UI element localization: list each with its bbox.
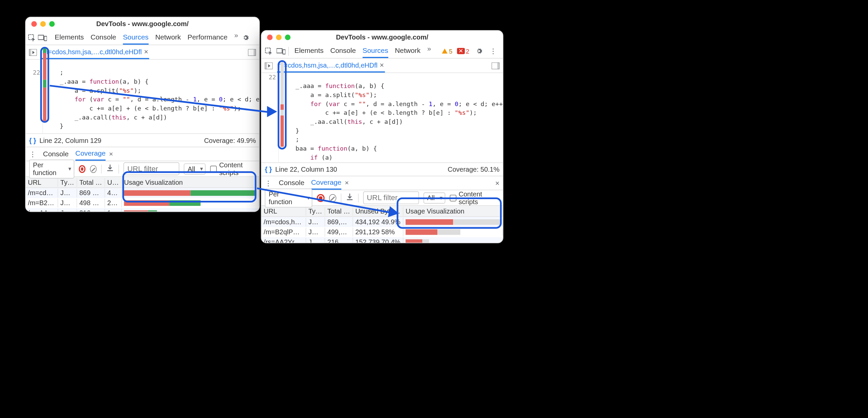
tab-performance[interactable]: Performance [188, 31, 227, 44]
tab-sources[interactable]: Sources [363, 44, 388, 58]
export-icon[interactable] [345, 193, 353, 203]
tab-console[interactable]: Console [330, 44, 355, 58]
tab-elements[interactable]: Elements [55, 31, 84, 44]
debugger-toggle-icon[interactable] [491, 61, 501, 71]
clear-button[interactable] [90, 165, 96, 173]
pretty-print-icon[interactable]: { } [265, 165, 272, 173]
col-url[interactable]: URL [26, 178, 58, 187]
cursor-position: Line 22, Column 130 [275, 165, 337, 173]
close-drawer-tab-icon[interactable]: × [109, 150, 113, 158]
table-row[interactable]: /m=cdos,hsm,jJS (…869,281434,192 49.9% [261, 217, 503, 227]
line-number: 22 [261, 73, 276, 82]
code-body: ; _.aaa = function(a, b) { a = a.split("… [42, 60, 259, 133]
status-bar: { } Line 22, Column 129 Coverage: 49.9% [26, 133, 259, 147]
col-visualization[interactable]: Usage Visualization [122, 178, 259, 187]
cursor-position: Line 22, Column 129 [39, 137, 101, 144]
url-filter-input[interactable] [363, 191, 419, 204]
file-tabs: m=cdos,hsm,jsa,…c,dtl0hd,eHDfl × [26, 45, 259, 60]
tab-sources[interactable]: Sources [123, 31, 149, 44]
close-drawer-tab-icon[interactable]: × [345, 179, 349, 187]
devtools-window-1: DevTools - www.google.com/ Elements Cons… [25, 17, 260, 212]
table-row[interactable]: /rs=AA2YrTJS (…216 877155 … [26, 208, 259, 212]
code-editor[interactable]: 22 _.aaa = function(a, b) { a = a.split(… [261, 73, 503, 162]
svg-rect-4 [29, 49, 31, 56]
file-tab[interactable]: m=cdos,hsm,jsa,…c,dtl0hd,eHDfl× [277, 59, 385, 73]
svg-rect-6 [254, 49, 256, 56]
more-tabs-icon[interactable]: » [234, 31, 238, 44]
close-tab-icon[interactable]: × [380, 61, 384, 69]
errors-badge[interactable]: ✕2 [457, 48, 469, 55]
titlebar: DevTools - www.google.com/ [26, 18, 259, 31]
content-scripts-checkbox[interactable]: Content scripts [450, 190, 499, 206]
main-toolbar: Elements Console Sources Network » 5 ✕2 … [261, 44, 503, 59]
window-title: DevTools - www.google.com/ [261, 33, 503, 41]
table-row[interactable]: /m=cdos,hsJS (…869 281435 … [26, 188, 259, 198]
svg-rect-13 [497, 62, 500, 69]
pretty-print-icon[interactable]: { } [29, 137, 36, 144]
col-total[interactable]: Total B… [77, 178, 105, 187]
arrow-2-head [388, 206, 400, 219]
coverage-toolbar: Per function All Content scripts [26, 161, 259, 177]
col-type[interactable]: Type [306, 207, 326, 216]
coverage-gutter-1 [43, 48, 46, 121]
col-type[interactable]: Type [58, 178, 77, 187]
main-toolbar: Elements Console Sources Network Perform… [26, 31, 259, 45]
col-visualization[interactable]: Usage Visualization [403, 207, 503, 216]
export-icon[interactable] [106, 164, 114, 173]
drawer-menu-icon[interactable]: ⋮ [265, 179, 272, 187]
drawer-tab-coverage[interactable]: Coverage [75, 147, 105, 161]
device-icon[interactable] [276, 46, 286, 56]
warnings-badge[interactable]: 5 [441, 48, 453, 55]
col-total[interactable]: Total B… [325, 207, 353, 216]
col-url[interactable]: URL [261, 207, 306, 216]
device-icon[interactable] [38, 33, 47, 43]
type-filter-select[interactable]: All [423, 192, 445, 203]
table-header: URL Type Total B… U… Usage Visualization [26, 177, 259, 188]
inspect-icon[interactable] [264, 46, 274, 56]
content-scripts-checkbox[interactable]: Content scripts [210, 161, 256, 177]
titlebar: DevTools - www.google.com/ [261, 31, 503, 44]
coverage-table: URL Type Total B… U… Usage Visualization… [26, 177, 259, 212]
tab-console[interactable]: Console [91, 31, 116, 44]
gear-icon[interactable] [474, 46, 484, 56]
gear-icon[interactable] [240, 33, 250, 43]
debugger-toggle-icon[interactable] [247, 47, 257, 57]
kebab-icon[interactable]: ⋮ [488, 46, 498, 56]
code-body: _.aaa = function(a, b) { a = a.split("%s… [278, 73, 503, 162]
table-row[interactable]: /m=B2qlPe,DhlJS (…499,102291,129 58% [261, 227, 503, 237]
table-row[interactable]: /m=B2qlPe,JS (…498 764293 … [26, 198, 259, 208]
drawer-menu-icon[interactable]: ⋮ [29, 150, 36, 158]
file-tab-label: m=cdos,hsm,jsa,…c,dtl0hd,eHDfl [42, 48, 142, 56]
close-drawer-icon[interactable]: × [495, 179, 500, 187]
record-button[interactable] [79, 165, 86, 173]
kebab-icon[interactable]: ⋮ [255, 33, 260, 43]
url-filter-input[interactable] [123, 162, 179, 175]
coverage-stat: Coverage: 49.9% [204, 137, 256, 144]
coverage-toolbar: Per function All Content scripts [261, 190, 503, 206]
drawer-tab-console[interactable]: Console [43, 148, 68, 160]
inspect-icon[interactable] [28, 33, 35, 43]
drawer-tab-console[interactable]: Console [279, 177, 304, 189]
status-bar: { } Line 22, Column 130 Coverage: 50.1% [261, 162, 503, 176]
tab-network[interactable]: Network [155, 31, 181, 44]
table-row[interactable]: /rs=AA2YrTsw5JS (…216,877152,739 70.4% [261, 237, 503, 243]
svg-rect-8 [277, 48, 282, 53]
more-tabs-icon[interactable]: » [427, 44, 431, 58]
coverage-granularity-select[interactable]: Per function [29, 159, 74, 178]
navigator-toggle-icon[interactable] [28, 47, 38, 57]
navigator-toggle-icon[interactable] [264, 61, 274, 71]
svg-rect-1 [38, 35, 43, 39]
close-tab-icon[interactable]: × [144, 47, 149, 56]
tab-elements[interactable]: Elements [294, 44, 324, 58]
col-unused[interactable]: U… [105, 178, 122, 187]
tab-network[interactable]: Network [395, 44, 420, 58]
svg-rect-9 [283, 49, 285, 54]
drawer-tab-coverage[interactable]: Coverage [311, 176, 341, 190]
file-tab-label: m=cdos,hsm,jsa,…c,dtl0hd,eHDfl [278, 61, 377, 69]
coverage-gutter-2 [280, 62, 284, 147]
type-filter-select[interactable]: All [184, 163, 206, 174]
drawer-tabs: ⋮ Console Coverage × × [261, 176, 503, 190]
file-tab[interactable]: m=cdos,hsm,jsa,…c,dtl0hd,eHDfl × [41, 45, 149, 59]
line-number: 22 [26, 69, 40, 78]
drawer-tabs: ⋮ Console Coverage × [26, 147, 259, 161]
